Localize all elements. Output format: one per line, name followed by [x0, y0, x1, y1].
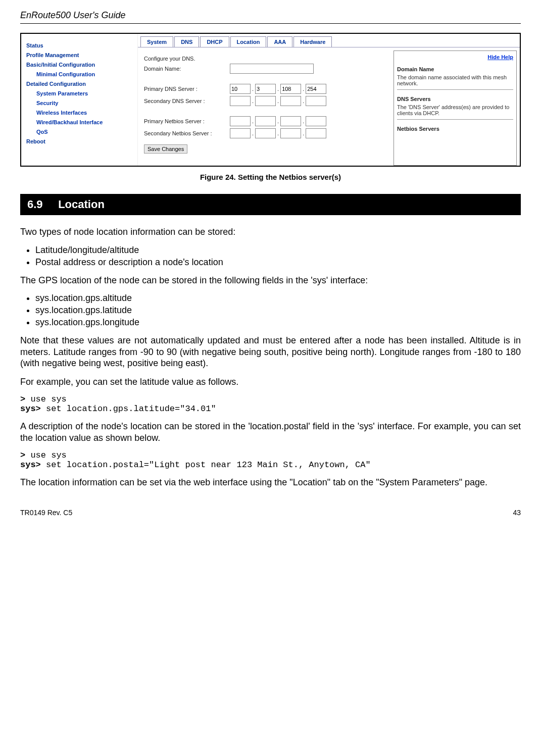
tab-hardware[interactable]: Hardware: [293, 36, 332, 47]
secondary-dns-c[interactable]: [280, 96, 301, 106]
bullet-list: Latitude/longitude/altitude Postal addre…: [35, 245, 521, 268]
nav-minimal[interactable]: Minimal Configuration: [26, 71, 132, 77]
primary-netbios-c[interactable]: [280, 116, 301, 126]
list-item: sys.location.gps.longitude: [35, 317, 521, 328]
secondary-netbios-b[interactable]: [255, 128, 276, 138]
primary-netbios-a[interactable]: [230, 116, 251, 126]
dot-icon: .: [303, 118, 304, 124]
secondary-dns-label: Secondary DNS Server :: [144, 98, 230, 104]
help-heading-domain: Domain Name: [397, 66, 513, 72]
cli-block: > use sys sys> set location.postal="Ligh…: [20, 450, 521, 470]
configure-text: Configure your DNS.: [144, 56, 384, 62]
primary-dns-a[interactable]: [230, 84, 251, 94]
paragraph: The location information can be set via …: [20, 477, 521, 488]
dot-icon: .: [303, 130, 304, 136]
help-text-domain: The domain name associated with this mes…: [397, 74, 513, 86]
tab-aaa[interactable]: AAA: [267, 36, 292, 47]
section-number: 6.9: [27, 198, 43, 211]
side-navigation: Status Profile Management Basic/Initial …: [21, 34, 138, 166]
figure-caption: Figure 24. Setting the Netbios server(s): [20, 173, 521, 181]
secondary-netbios-d[interactable]: [306, 128, 326, 138]
secondary-netbios-c[interactable]: [280, 128, 301, 138]
paragraph: A description of the node's location can…: [20, 421, 521, 443]
dot-icon: .: [277, 130, 279, 136]
paragraph: Two types of node location information c…: [20, 226, 521, 238]
primary-dns-d[interactable]: [306, 84, 326, 94]
section-header: 6.9 Location: [20, 194, 521, 215]
nav-system-params[interactable]: System Parameters: [26, 90, 132, 96]
secondary-dns-d[interactable]: [306, 96, 326, 106]
footer-left: TR0149 Rev. C5: [20, 509, 72, 517]
paragraph: The GPS location of the node can be stor…: [20, 275, 521, 286]
help-heading-netbios: Netbios Servers: [397, 126, 513, 132]
primary-netbios-label: Primary Netbios Server :: [144, 118, 230, 124]
nav-wireless[interactable]: Wireless Interfaces: [26, 110, 132, 116]
nav-security[interactable]: Security: [26, 100, 132, 106]
dot-icon: .: [252, 118, 254, 124]
tabs-row: System DNS DHCP Location AAA Hardware: [138, 34, 520, 47]
secondary-netbios-a[interactable]: [230, 128, 251, 138]
dot-icon: .: [252, 86, 254, 92]
paragraph: Note that these values are not automatic…: [20, 335, 521, 369]
primary-netbios-d[interactable]: [306, 116, 326, 126]
cli-prompt: >: [20, 394, 25, 404]
tab-system[interactable]: System: [140, 36, 173, 47]
primary-dns-b[interactable]: [255, 84, 276, 94]
dot-icon: .: [277, 118, 279, 124]
dot-icon: .: [303, 98, 304, 104]
nav-profile[interactable]: Profile Management: [26, 52, 132, 58]
section-title: Location: [58, 198, 105, 211]
list-item: Postal address or description a node's l…: [35, 257, 521, 268]
cli-command: set location.postal="Light post near 123…: [41, 460, 371, 470]
primary-dns-c[interactable]: [280, 84, 301, 94]
cli-prompt: >: [20, 450, 25, 460]
content-row: Configure your DNS. Domain Name: Primary…: [138, 47, 520, 166]
dot-icon: .: [277, 86, 279, 92]
help-text-dns: The 'DNS Server' address(es) are provide…: [397, 104, 513, 116]
header-rule: [20, 23, 521, 24]
dot-icon: .: [277, 98, 279, 104]
cli-command: use sys: [25, 394, 67, 404]
main-area: System DNS DHCP Location AAA Hardware Co…: [138, 34, 520, 166]
secondary-dns-b[interactable]: [255, 96, 276, 106]
hide-help-link[interactable]: Hide Help: [487, 54, 513, 60]
tab-location[interactable]: Location: [230, 36, 267, 47]
dot-icon: .: [252, 98, 254, 104]
domain-name-input[interactable]: [230, 64, 314, 74]
cli-block: > use sys sys> set location.gps.latitude…: [20, 394, 521, 414]
config-screenshot: Status Profile Management Basic/Initial …: [20, 33, 521, 167]
nav-detailed[interactable]: Detailed Configuration: [26, 81, 132, 87]
primary-dns-label: Primary DNS Server :: [144, 86, 230, 92]
footer-right: 43: [513, 509, 521, 517]
help-heading-dns: DNS Servers: [397, 96, 513, 102]
primary-netbios-b[interactable]: [255, 116, 276, 126]
cli-command: set location.gps.latitude="34.01": [41, 404, 216, 414]
secondary-dns-a[interactable]: [230, 96, 251, 106]
help-divider: [397, 89, 513, 90]
cli-prompt: sys>: [20, 404, 41, 414]
nav-qos[interactable]: QoS: [26, 129, 132, 135]
bullet-list: sys.location.gps.altitude sys.location.g…: [35, 293, 521, 328]
dot-icon: .: [303, 86, 304, 92]
dot-icon: .: [252, 130, 254, 136]
tab-dhcp[interactable]: DHCP: [200, 36, 229, 47]
domain-name-label: Domain Name:: [144, 66, 230, 72]
secondary-netbios-label: Secondary Netbios Server :: [144, 130, 230, 136]
list-item: sys.location.gps.latitude: [35, 305, 521, 316]
nav-wired[interactable]: Wired/Backhaul Interface: [26, 119, 132, 125]
nav-reboot[interactable]: Reboot: [26, 138, 132, 144]
form-column: Configure your DNS. Domain Name: Primary…: [138, 47, 390, 166]
nav-basic[interactable]: Basic/Initial Configuration: [26, 62, 132, 68]
help-divider: [397, 119, 513, 120]
help-panel: Hide Help Domain Name The domain name as…: [394, 51, 517, 166]
doc-header-title: EnRoute500 User's Guide: [20, 10, 521, 21]
list-item: sys.location.gps.altitude: [35, 293, 521, 304]
nav-status[interactable]: Status: [26, 42, 132, 48]
page-footer: TR0149 Rev. C5 43: [20, 509, 521, 517]
paragraph: For example, you can set the latitude va…: [20, 376, 521, 388]
tab-dns[interactable]: DNS: [174, 36, 199, 47]
list-item: Latitude/longitude/altitude: [35, 245, 521, 256]
cli-prompt: sys>: [20, 460, 41, 470]
cli-command: use sys: [25, 450, 67, 460]
save-changes-button[interactable]: Save Changes: [144, 144, 187, 154]
